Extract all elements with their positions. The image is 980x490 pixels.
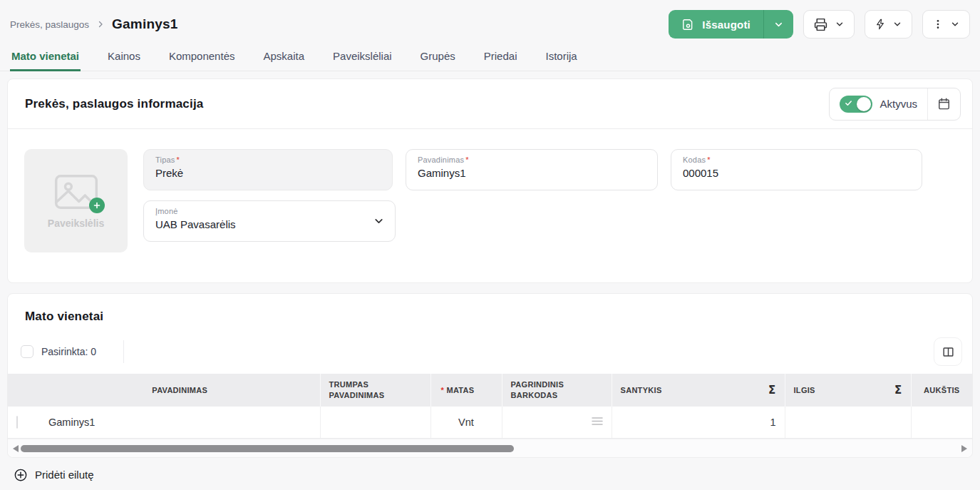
units-toolbar: Pasirinkta: 0 [8,335,972,368]
add-image-button[interactable] [89,198,105,213]
section-title: Prekės, paslaugos informacija [25,97,204,111]
required-mark: * [177,155,180,164]
header-checkbox-cell [8,374,40,407]
save-options-button[interactable] [764,10,793,39]
product-info-header: Prekės, paslaugos informacija Aktyvus [8,79,972,129]
tipas-input[interactable] [155,167,381,179]
chevron-down-icon[interactable] [373,215,385,228]
tab-komponentes[interactable]: Komponentės [167,50,237,71]
toolbar-divider [123,340,124,363]
save-button-label: Išsaugoti [702,19,751,31]
toggle-knob [857,97,871,111]
select-all-checkbox[interactable] [21,345,33,358]
column-settings-button[interactable] [934,337,962,366]
required-mark: * [707,155,710,164]
tab-paveiksleliai[interactable]: Paveikslėliai [331,50,393,71]
header-ilgis: ILGISΣ [785,374,911,407]
active-toggle[interactable]: Aktyvus [830,96,927,113]
more-menu-button[interactable] [922,10,970,39]
tipas-field[interactable]: Tipas* [143,149,393,190]
sigma-icon[interactable]: Σ [894,383,902,397]
breadcrumb-parent[interactable]: Prekės, paslaugos [10,19,89,30]
page-title: Gaminys1 [112,16,177,32]
cell-trumpas-pavadinimas[interactable] [320,407,430,438]
header-pagrindinis-barkodas: PAGRINDINIS BARKODAS [502,374,612,407]
floppy-disk-icon [681,18,695,31]
product-fields: Tipas* Pavadinimas* Kodas* Įmonė [143,149,922,252]
add-row-button[interactable]: Pridėti eilutę [0,458,94,482]
units-table: PAVADINIMAS TRUMPAS PAVADINIMAS * MATAS … [8,374,972,439]
header-aukstis: AUKŠTIS [911,374,972,407]
check-mark-icon [845,99,852,107]
imone-select-field[interactable]: Įmonė [143,200,396,242]
hamburger-lines-icon[interactable] [592,417,603,426]
product-info-card: Prekės, paslaugos informacija Aktyvus [7,78,973,283]
chevron-down-icon [835,19,845,29]
tab-mato-vienetai[interactable]: Mato vienetai [10,50,81,71]
chevron-down-icon [773,19,784,30]
scroll-left-arrow[interactable] [13,445,19,452]
units-card: Mato vienetai Pasirinkta: 0 [7,293,973,458]
cell-matas[interactable]: Vnt [430,407,502,438]
save-split-button: Išsaugoti [669,10,793,39]
cell-pavadinimas[interactable]: Gaminys1 [40,407,320,438]
breadcrumb: Prekės, paslaugos Gaminys1 [10,16,178,32]
cell-pagrindinis-barkodas[interactable] [502,407,612,438]
kodas-field[interactable]: Kodas* [671,149,922,190]
units-table-header-row: PAVADINIMAS TRUMPAS PAVADINIMAS * MATAS … [8,374,972,407]
split-columns-icon [942,345,955,359]
header-actions: Išsaugoti [669,10,970,39]
selected-count-label: Pasirinkta: 0 [41,346,96,357]
chevron-right-icon [96,20,105,29]
active-toggle-label: Aktyvus [880,98,917,110]
page-header: Prekės, paslaugos Gaminys1 Išsaugoti [0,0,980,41]
tab-grupes[interactable]: Grupės [419,50,457,71]
product-info-body: Paveikslėlis Tipas* Pavadinimas* Kodas* [8,129,972,282]
product-page: Prekės, paslaugos Gaminys1 Išsaugoti [0,0,980,490]
tab-istorija[interactable]: Istorija [544,50,578,71]
toggle-switch[interactable] [840,96,872,113]
tab-bar: Mato vienetai Kainos Komponentės Apskait… [0,46,980,71]
table-row: Gaminys1 Vnt 1 [8,407,972,438]
sigma-icon[interactable]: Σ [768,383,776,397]
image-placeholder-label: Paveikslėlis [48,218,104,229]
units-title: Mato vienetai [8,294,972,324]
printer-icon [813,17,828,32]
row-checkbox-cell [8,407,40,438]
save-button[interactable]: Išsaugoti [669,10,763,39]
cell-aukstis[interactable] [911,407,972,438]
validity-calendar-button[interactable] [928,88,960,120]
chevron-down-icon [950,19,960,29]
scroll-right-arrow[interactable] [961,445,967,452]
scrollbar-thumb[interactable] [21,445,514,452]
cell-santykis[interactable]: 1 [612,407,785,438]
imone-label: Įmonė [155,207,383,215]
kebab-menu-icon [932,19,944,30]
print-button[interactable] [803,10,855,39]
add-row-label: Pridėti eilutę [35,469,94,481]
header-matas: * MATAS [430,374,502,407]
calendar-icon [937,97,951,111]
tipas-label: Tipas* [155,155,381,164]
header-pavadinimas: PAVADINIMAS [40,374,320,407]
kodas-label: Kodas* [683,155,910,164]
plus-circle-icon [14,468,28,482]
quick-actions-button[interactable] [865,10,912,39]
required-mark: * [465,155,468,164]
header-santykis: SANTYKISΣ [612,374,785,407]
header-trumpas-pavadinimas: TRUMPAS PAVADINIMAS [320,374,430,407]
pavadinimas-label: Pavadinimas* [418,155,646,164]
pavadinimas-field[interactable]: Pavadinimas* [406,149,658,190]
active-status-group: Aktyvus [829,88,961,121]
product-image-upload[interactable]: Paveikslėlis [24,149,128,252]
tab-priedai[interactable]: Priedai [483,50,519,71]
horizontal-scrollbar [8,439,972,457]
imone-input[interactable] [155,218,383,230]
pavadinimas-input[interactable] [418,167,646,179]
row-checkbox[interactable] [16,416,18,429]
tab-apskaita[interactable]: Apskaita [262,50,306,71]
lightning-bolt-icon [875,19,886,30]
cell-ilgis[interactable] [785,407,911,438]
kodas-input[interactable] [683,167,910,179]
tab-kainos[interactable]: Kainos [106,50,142,71]
